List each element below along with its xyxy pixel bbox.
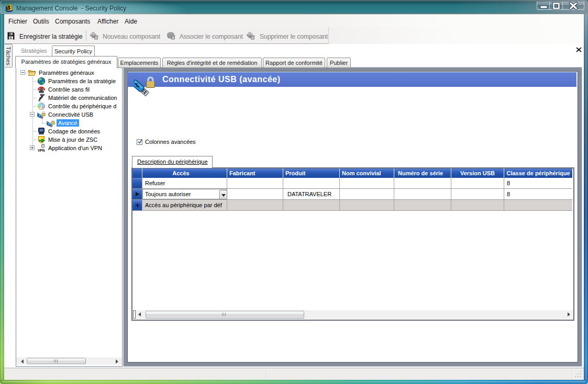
svg-text:VPN: VPN xyxy=(38,149,45,152)
